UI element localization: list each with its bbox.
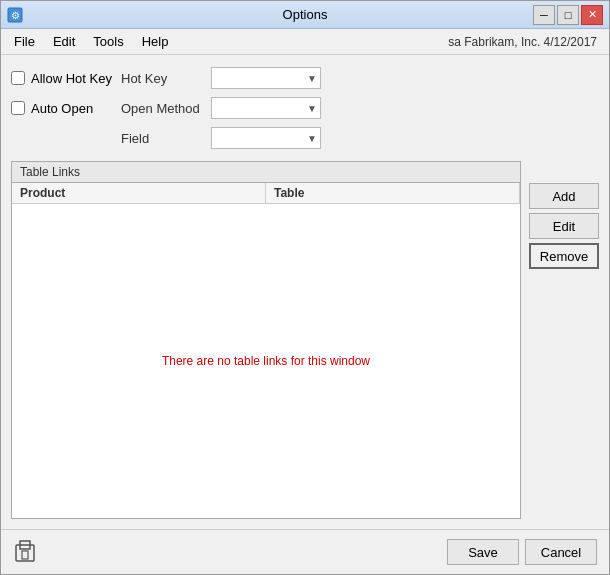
menu-bar: File Edit Tools Help sa Fabrikam, Inc. 4…: [1, 29, 609, 55]
empty-message: There are no table links for this window: [162, 354, 370, 368]
open-method-dropdown[interactable]: [211, 97, 321, 119]
svg-text:⚙: ⚙: [11, 10, 20, 21]
table-links-section: Table Links Product Table There are no t…: [11, 161, 599, 519]
options-window: ⚙ Options ─ □ ✕ File Edit Tools Help sa …: [0, 0, 610, 575]
hot-key-field-label: Hot Key: [121, 71, 211, 86]
edit-button[interactable]: Edit: [529, 213, 599, 239]
auto-open-checkbox[interactable]: [11, 101, 25, 115]
minimize-button[interactable]: ─: [533, 5, 555, 25]
close-button[interactable]: ✕: [581, 5, 603, 25]
user-info: sa Fabrikam, Inc. 4/12/2017: [448, 35, 605, 49]
field-dropdown[interactable]: [211, 127, 321, 149]
col-header-product: Product: [12, 183, 266, 203]
menu-tools[interactable]: Tools: [84, 31, 132, 52]
open-method-dropdown-container: ▼: [211, 97, 321, 119]
remove-button[interactable]: Remove: [529, 243, 599, 269]
content-area: Allow Hot Key Hot Key ▼ Auto Open Open M…: [1, 55, 609, 529]
table-links-header: Table Links: [12, 162, 520, 183]
allow-hot-key-row: Allow Hot Key Hot Key ▼: [11, 65, 599, 91]
hot-key-dropdown[interactable]: [211, 67, 321, 89]
window-icon: ⚙: [7, 7, 23, 23]
field-label: Field: [121, 131, 211, 146]
svg-rect-4: [22, 551, 28, 559]
col-header-table: Table: [266, 183, 520, 203]
title-bar-left: ⚙: [7, 7, 23, 23]
cancel-button[interactable]: Cancel: [525, 539, 597, 565]
table-links-box: Table Links Product Table There are no t…: [11, 161, 521, 519]
title-bar: ⚙ Options ─ □ ✕: [1, 1, 609, 29]
field-row: Field ▼: [121, 125, 599, 151]
auto-open-label[interactable]: Auto Open: [11, 101, 121, 116]
add-button[interactable]: Add: [529, 183, 599, 209]
hot-key-dropdown-container: ▼: [211, 67, 321, 89]
menu-help[interactable]: Help: [133, 31, 178, 52]
menu-edit[interactable]: Edit: [44, 31, 84, 52]
save-button[interactable]: Save: [447, 539, 519, 565]
allow-hot-key-checkbox[interactable]: [11, 71, 25, 85]
bottom-buttons: Save Cancel: [447, 539, 597, 565]
open-method-label: Open Method: [121, 101, 211, 116]
restore-button[interactable]: □: [557, 5, 579, 25]
menu-file[interactable]: File: [5, 31, 44, 52]
field-dropdown-container: ▼: [211, 127, 321, 149]
table-columns-header: Product Table: [12, 183, 520, 204]
table-body: There are no table links for this window: [12, 204, 520, 518]
allow-hot-key-label[interactable]: Allow Hot Key: [11, 71, 121, 86]
window-title: Options: [283, 7, 328, 22]
auto-open-row: Auto Open Open Method ▼: [11, 95, 599, 121]
bottom-bar: Save Cancel: [1, 529, 609, 574]
title-buttons: ─ □ ✕: [533, 5, 603, 25]
side-buttons: Add Edit Remove: [529, 161, 599, 519]
bottom-icon: [13, 538, 41, 566]
